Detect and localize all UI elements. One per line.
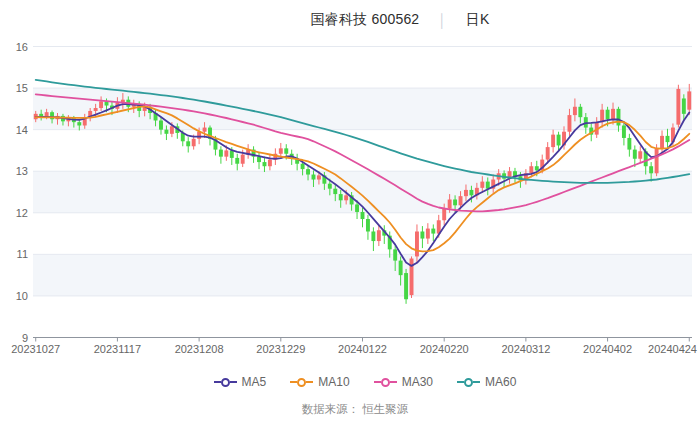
candle-body: [546, 147, 550, 159]
candle-body: [399, 261, 403, 276]
candle[interactable]: [676, 85, 680, 128]
candle[interactable]: [404, 269, 408, 304]
candle-body: [627, 138, 631, 150]
candle-body: [333, 189, 337, 194]
candle-body: [617, 109, 621, 126]
candle-body: [312, 175, 316, 180]
candle-body: [573, 107, 577, 115]
kline-chart[interactable]: 9101112131415162023102720231117202312082…: [0, 0, 700, 426]
candle-body: [317, 175, 321, 179]
legend-item-ma60[interactable]: MA60: [457, 375, 516, 389]
candle-body: [306, 169, 310, 174]
candle[interactable]: [638, 146, 642, 163]
candle-body: [649, 166, 653, 173]
candle-body: [279, 148, 283, 153]
candle[interactable]: [366, 215, 370, 240]
candle[interactable]: [410, 256, 414, 298]
candle[interactable]: [295, 154, 299, 171]
legend: MA5 MA10 MA30 MA60: [0, 375, 700, 389]
candle[interactable]: [622, 122, 626, 145]
candle-body: [99, 101, 103, 108]
y-axis-label: 13: [16, 165, 28, 177]
x-axis-label: 20240402: [583, 343, 632, 355]
candle-body: [638, 151, 642, 158]
y-axis-label: 14: [16, 124, 28, 136]
y-axis-label: 9: [22, 332, 28, 344]
period-label: 日K: [466, 11, 490, 29]
candle-body: [241, 155, 245, 164]
candle-body: [655, 148, 659, 173]
candle-body: [567, 115, 571, 132]
candle-body: [339, 194, 343, 200]
candle-body: [344, 195, 348, 200]
candle-body: [77, 122, 81, 125]
legend-label-ma10: MA10: [318, 375, 349, 389]
candle-body: [606, 110, 610, 120]
candle-body: [186, 141, 190, 146]
candle[interactable]: [382, 225, 386, 244]
grid-band: [33, 254, 692, 296]
candle[interactable]: [219, 146, 223, 163]
candle-body: [420, 231, 424, 238]
legend-label-ma5: MA5: [242, 375, 267, 389]
candle-body: [404, 273, 408, 299]
candle[interactable]: [627, 134, 631, 157]
x-axis-label: 20231027: [11, 343, 60, 355]
candle-body: [486, 182, 490, 189]
x-axis-label: 20240122: [338, 343, 387, 355]
candle-body: [203, 128, 207, 132]
candle-body: [366, 219, 370, 231]
candle-body: [529, 166, 533, 173]
candle[interactable]: [426, 223, 430, 244]
chart-title: 国睿科技 600562 │ 日K: [0, 11, 700, 29]
candle-body: [687, 91, 691, 109]
candle[interactable]: [246, 144, 250, 159]
candle-body: [94, 108, 98, 111]
candle-body: [192, 139, 196, 146]
x-axis-label: 20240424: [648, 343, 697, 355]
candle-body: [578, 107, 582, 117]
candle-body: [377, 230, 381, 241]
candle-body: [301, 164, 305, 169]
ma60-legend-marker: [457, 378, 480, 387]
candle-body: [676, 89, 680, 125]
candle[interactable]: [268, 155, 272, 171]
candle-body: [426, 229, 430, 239]
candle-body: [480, 182, 484, 188]
data-source-note: 数据来源： 恒生聚源: [0, 402, 700, 417]
y-axis-label: 11: [17, 248, 28, 260]
candle[interactable]: [551, 130, 555, 153]
stock-name-code: 国睿科技 600562: [311, 11, 420, 29]
candle[interactable]: [660, 130, 664, 153]
legend-item-ma10[interactable]: MA10: [290, 375, 349, 389]
x-axis-label: 20240220: [420, 343, 469, 355]
candle[interactable]: [371, 227, 375, 251]
candle-body: [535, 166, 539, 170]
title-separator: │: [438, 13, 446, 28]
candle[interactable]: [263, 157, 267, 172]
candle-body: [219, 150, 223, 157]
candle-body: [666, 136, 670, 142]
candle[interactable]: [186, 137, 190, 152]
candle-body: [224, 150, 228, 156]
y-axis-label: 16: [16, 41, 28, 53]
kline-chart-canvas[interactable]: 9101112131415162023102720231117202312082…: [0, 0, 700, 426]
candle-body: [431, 229, 435, 234]
legend-label-ma60: MA60: [485, 375, 516, 389]
legend-item-ma30[interactable]: MA30: [374, 375, 433, 389]
kline-viewer: 9101112131415162023102720231117202312082…: [0, 0, 700, 426]
ma5-legend-marker: [214, 378, 237, 387]
legend-item-ma5[interactable]: MA5: [214, 375, 267, 389]
candle-body: [633, 150, 637, 159]
candle-body: [284, 148, 288, 153]
candle-body: [464, 190, 468, 196]
candle-body: [393, 249, 397, 260]
ma30-legend-marker: [374, 378, 397, 387]
candle[interactable]: [420, 226, 424, 248]
candle-body: [235, 158, 239, 164]
candle-body: [611, 109, 615, 119]
candle-body: [263, 162, 267, 166]
candle[interactable]: [235, 154, 239, 171]
candle[interactable]: [431, 224, 435, 241]
candle-body: [682, 98, 686, 113]
